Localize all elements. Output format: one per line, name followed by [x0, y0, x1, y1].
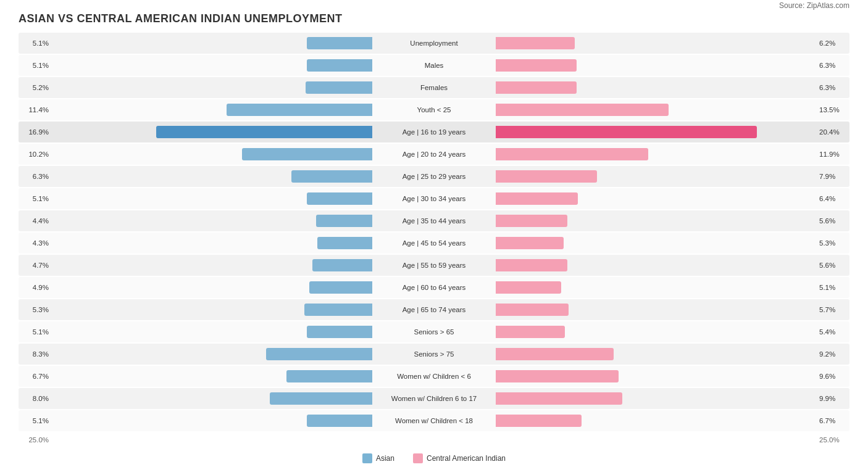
left-bar — [52, 344, 372, 365]
blue-bar — [307, 192, 372, 205]
left-value: 10.2% — [19, 151, 52, 158]
left-bar — [52, 321, 372, 342]
right-bar — [496, 277, 816, 298]
chart-rows: 5.1% Unemployment 6.2% 5.1% Males 6.3% 5… — [19, 33, 849, 431]
blue-bar — [156, 126, 372, 138]
right-value: 5.4% — [816, 328, 849, 336]
table-row: 5.3% Age | 65 to 74 years 5.7% — [19, 299, 849, 320]
left-bar — [52, 122, 372, 143]
blue-bar — [242, 148, 372, 160]
pink-bar — [496, 281, 561, 294]
right-value: 5.7% — [816, 306, 849, 313]
left-value: 8.0% — [19, 395, 52, 402]
legend-asian-color — [362, 453, 372, 463]
right-value: 9.2% — [816, 350, 849, 358]
left-value: 8.3% — [19, 350, 52, 358]
right-bar — [496, 410, 816, 431]
pink-bar — [496, 37, 575, 49]
table-row: 6.7% Women w/ Children < 6 9.6% — [19, 366, 849, 387]
left-value: 5.1% — [19, 39, 52, 47]
left-bar — [52, 144, 372, 165]
blue-bar — [304, 304, 372, 316]
right-bar — [496, 255, 816, 276]
table-row: 5.1% Males 6.3% — [19, 55, 849, 76]
left-bar — [52, 277, 372, 298]
right-value: 7.9% — [816, 173, 849, 180]
right-value: 6.2% — [816, 39, 849, 47]
legend-asian-label: Asian — [376, 454, 394, 463]
table-row: 10.2% Age | 20 to 24 years 11.9% — [19, 144, 849, 165]
right-value: 5.6% — [816, 217, 849, 225]
right-bar — [496, 233, 816, 254]
table-row: 4.4% Age | 35 to 44 years 5.6% — [19, 210, 849, 231]
left-bar — [52, 99, 372, 120]
blue-bar — [307, 326, 372, 338]
table-row: 4.9% Age | 60 to 64 years 5.1% — [19, 277, 849, 298]
blue-bar — [286, 370, 372, 382]
pink-bar — [496, 304, 569, 316]
row-label: Women w/ Children < 18 — [372, 417, 496, 424]
row-label: Age | 45 to 54 years — [372, 239, 496, 247]
right-bar — [496, 144, 816, 165]
left-bar — [52, 233, 372, 254]
right-value: 6.3% — [816, 84, 849, 91]
legend-central: Central American Indian — [413, 453, 506, 463]
right-bar — [496, 166, 816, 187]
pink-bar — [496, 148, 648, 160]
table-row: 5.1% Seniors > 65 5.4% — [19, 321, 849, 342]
axis-row: 25.0% 25.0% — [19, 432, 849, 447]
pink-bar — [496, 370, 619, 382]
legend-central-color — [413, 453, 423, 463]
left-value: 5.1% — [19, 195, 52, 202]
row-label: Age | 30 to 34 years — [372, 195, 496, 202]
left-bar — [52, 33, 372, 54]
right-bar — [496, 33, 816, 54]
table-row: 5.2% Females 6.3% — [19, 77, 849, 98]
row-label: Youth < 25 — [372, 106, 496, 114]
pink-bar — [496, 126, 757, 138]
pink-bar — [496, 259, 567, 271]
right-value: 6.4% — [816, 195, 849, 202]
pink-bar — [496, 59, 577, 72]
row-label: Age | 55 to 59 years — [372, 262, 496, 269]
left-value: 5.1% — [19, 328, 52, 336]
pink-bar — [496, 215, 567, 227]
blue-bar — [306, 81, 372, 94]
row-label: Age | 20 to 24 years — [372, 151, 496, 158]
pink-bar — [496, 192, 578, 205]
row-label: Age | 25 to 29 years — [372, 173, 496, 180]
right-value: 5.3% — [816, 239, 849, 247]
blue-bar — [307, 37, 372, 49]
row-label: Seniors > 75 — [372, 350, 496, 358]
right-bar — [496, 99, 816, 120]
pink-bar — [496, 392, 622, 405]
left-value: 11.4% — [19, 106, 52, 114]
blue-bar — [291, 170, 372, 183]
right-bar — [496, 122, 816, 143]
table-row: 5.1% Women w/ Children < 18 6.7% — [19, 410, 849, 431]
left-bar — [52, 299, 372, 320]
pink-bar — [496, 104, 669, 116]
row-label: Age | 35 to 44 years — [372, 217, 496, 225]
blue-bar — [227, 104, 372, 116]
axis-left-label: 25.0% — [19, 436, 52, 444]
right-value: 13.5% — [816, 106, 849, 114]
left-value: 5.2% — [19, 84, 52, 91]
right-bar — [496, 321, 816, 342]
right-value: 11.9% — [816, 151, 849, 158]
left-value: 4.3% — [19, 239, 52, 247]
left-value: 6.7% — [19, 373, 52, 380]
left-bar — [52, 388, 372, 409]
left-value: 6.3% — [19, 173, 52, 180]
left-bar — [52, 77, 372, 98]
right-value: 6.3% — [816, 62, 849, 69]
chart-title: ASIAN VS CENTRAL AMERICAN INDIAN UNEMPLO… — [19, 12, 343, 25]
left-value: 4.7% — [19, 262, 52, 269]
right-bar — [496, 188, 816, 209]
left-value: 5.1% — [19, 417, 52, 424]
left-bar — [52, 210, 372, 231]
table-row: 4.3% Age | 45 to 54 years 5.3% — [19, 233, 849, 254]
row-label: Males — [372, 62, 496, 69]
left-bar — [52, 255, 372, 276]
right-value: 5.1% — [816, 284, 849, 291]
